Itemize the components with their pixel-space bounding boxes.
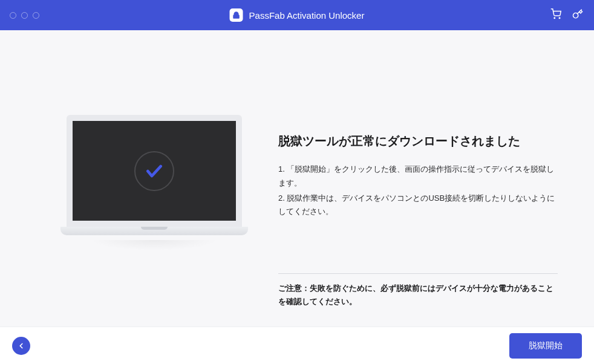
laptop-base: [60, 227, 248, 235]
start-jailbreak-button[interactable]: 脱獄開始: [509, 333, 582, 359]
cart-icon[interactable]: [550, 8, 561, 22]
laptop-screen: [67, 115, 242, 227]
close-window-button[interactable]: [10, 12, 16, 19]
laptop-illustration: [60, 115, 248, 264]
divider: [278, 273, 558, 274]
window-controls: [10, 12, 39, 19]
app-logo-icon: [230, 8, 243, 22]
key-icon[interactable]: [572, 8, 583, 22]
minimize-window-button[interactable]: [21, 12, 28, 19]
illustration-panel: [30, 48, 278, 327]
text-panel: 脱獄ツールが正常にダウンロードされました 1. 「脱獄開始」をクリックした後、画…: [278, 48, 564, 327]
app-title-group: PassFab Activation Unlocker: [230, 8, 365, 22]
bottom-bar: 脱獄開始: [0, 327, 594, 364]
titlebar-right: [550, 8, 583, 22]
notice-text: ご注意：失敗を防ぐために、必ず脱獄前にはデバイスが十分な電力があることを確認して…: [278, 282, 558, 309]
maximize-window-button[interactable]: [33, 12, 39, 19]
main-content: 脱獄ツールが正常にダウンロードされました 1. 「脱獄開始」をクリックした後、画…: [0, 30, 594, 327]
instruction-1: 1. 「脱獄開始」をクリックした後、画面の操作指示に従ってデバイスを脱獄します。: [278, 163, 558, 190]
svg-point-0: [554, 18, 555, 19]
page-heading: 脱獄ツールが正常にダウンロードされました: [278, 133, 558, 149]
titlebar: PassFab Activation Unlocker: [0, 0, 594, 30]
svg-point-1: [559, 18, 560, 19]
checkmark-icon: [134, 151, 174, 191]
instruction-2: 2. 脱獄作業中は、デバイスをパソコンとのUSB接続を切断したりしないようにして…: [278, 192, 558, 219]
back-button[interactable]: [12, 337, 30, 355]
app-title: PassFab Activation Unlocker: [249, 10, 365, 21]
